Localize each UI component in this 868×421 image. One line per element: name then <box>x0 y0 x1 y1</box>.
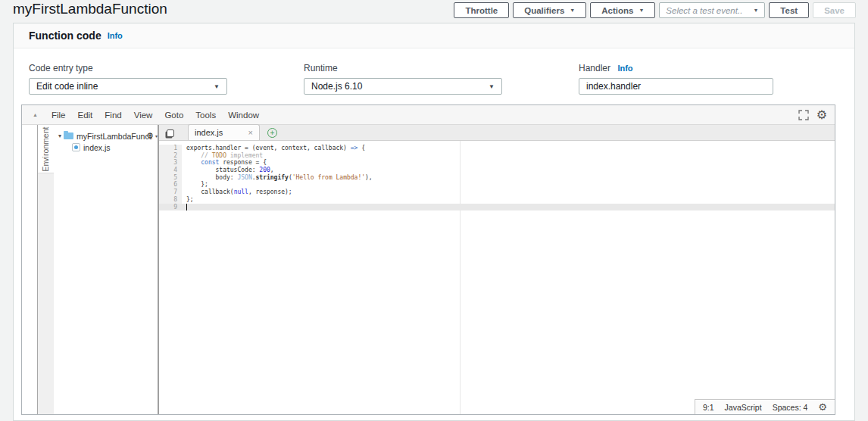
code-entry-field: Code entry type Edit code inline ▼ <box>29 63 227 95</box>
fullscreen-icon[interactable] <box>798 110 809 120</box>
runtime-select[interactable]: Node.js 6.10 ▼ <box>304 78 502 95</box>
line-number: 5 <box>159 174 182 182</box>
javascript-file-icon <box>72 143 80 151</box>
environment-tab[interactable]: Environment <box>38 125 54 173</box>
qualifiers-button[interactable]: Qualifiers ▼ <box>513 2 586 18</box>
test-button[interactable]: Test <box>769 2 809 18</box>
throttle-button[interactable]: Throttle <box>454 2 509 18</box>
close-tab-icon[interactable]: × <box>248 128 253 137</box>
code-editor: ▲ FileEditFindViewGotoToolsWindow ⚙ Envi… <box>21 104 835 415</box>
topbar-actions: Throttle Qualifiers ▼ Actions ▼ Select a… <box>454 2 856 18</box>
code-line-2[interactable]: 2 // TODO implement <box>159 152 835 160</box>
menu-goto[interactable]: Goto <box>158 111 189 120</box>
code-entry-select[interactable]: Edit code inline ▼ <box>29 78 227 95</box>
handler-label: Handler <box>579 63 610 73</box>
menu-find[interactable]: Find <box>98 111 127 120</box>
page-title: myFirstLambdaFunction <box>13 1 167 17</box>
handler-value: index.handler <box>586 81 641 92</box>
code-line-4[interactable]: 4 statusCode: 200, <box>159 167 835 174</box>
menu-file[interactable]: File <box>45 111 72 120</box>
cursor-position[interactable]: 9:1 <box>703 403 714 412</box>
handler-input[interactable]: index.handler <box>579 78 773 95</box>
environment-strip: Environment <box>37 125 54 414</box>
panel-header: Function code Info <box>14 23 854 48</box>
code-text: body: JSON.stringify('Hello from Lambda!… <box>182 174 373 182</box>
handler-info-link[interactable]: Info <box>617 64 632 73</box>
runtime-value: Node.js 6.10 <box>311 81 362 92</box>
code-area[interactable]: 1exports.handler = (event, context, call… <box>159 141 835 414</box>
panel-title: Function code <box>29 30 101 42</box>
folder-settings-gear-icon[interactable]: ⚙ <box>146 131 154 141</box>
editor-settings-gear-icon[interactable]: ⚙ <box>816 109 827 121</box>
code-text <box>182 204 187 211</box>
code-text: }; <box>182 196 194 204</box>
code-region: index.js × + 1exports.handler = (event, … <box>159 125 835 414</box>
code-text: exports.handler = (event, context, callb… <box>182 145 365 152</box>
tree-folder-row[interactable]: ▾ myFirstLambdaFunctio ⚙ ▾ <box>54 130 158 142</box>
tree-file-row[interactable]: index.js <box>54 142 158 153</box>
code-lines: 1exports.handler = (event, context, call… <box>159 141 835 210</box>
code-text: const response = { <box>182 159 267 167</box>
menu-edit[interactable]: Edit <box>71 111 98 120</box>
status-settings-gear-icon[interactable]: ⚙ <box>818 402 827 412</box>
tab-index-js[interactable]: index.js × <box>188 124 260 140</box>
spaces-setting[interactable]: Spaces: 4 <box>773 403 808 412</box>
chevron-down-icon: ▼ <box>570 8 575 13</box>
handler-label-row: Handler Info <box>579 63 773 73</box>
chevron-down-icon: ▼ <box>214 83 220 90</box>
code-line-9[interactable]: 9 <box>159 204 835 211</box>
code-line-3[interactable]: 3 const response = { <box>159 159 835 167</box>
file-tree: ▾ myFirstLambdaFunctio ⚙ ▾ index.js <box>54 125 159 414</box>
code-entry-value: Edit code inline <box>36 81 98 92</box>
line-number: 9 <box>159 204 182 211</box>
line-number: 6 <box>159 181 182 189</box>
code-line-6[interactable]: 6 }; <box>159 181 835 189</box>
line-number: 7 <box>159 189 182 196</box>
chevron-down-icon: ▼ <box>753 8 758 13</box>
code-line-7[interactable]: 7 callback(null, response); <box>159 189 835 196</box>
code-text: // TODO implement <box>182 152 263 160</box>
chevron-down-icon: ▼ <box>639 8 644 13</box>
editor-statusbar: 9:1 JavaScript Spaces: 4 ⚙ <box>695 399 835 414</box>
folder-icon <box>64 133 73 139</box>
code-entry-label: Code entry type <box>29 63 227 73</box>
code-text: }; <box>182 181 208 189</box>
runtime-label: Runtime <box>304 63 502 73</box>
function-code-panel: Function code Info Code entry type Edit … <box>13 23 855 421</box>
line-number: 4 <box>159 167 182 174</box>
new-tab-plus-icon[interactable]: + <box>267 128 277 138</box>
menu-window[interactable]: Window <box>222 111 265 120</box>
actions-label: Actions <box>601 6 633 15</box>
handler-field: Handler Info index.handler <box>579 63 773 95</box>
save-button[interactable]: Save <box>813 2 856 18</box>
test-event-select[interactable]: Select a test event.. ▼ <box>659 2 765 18</box>
tab-list-icon[interactable] <box>167 129 174 137</box>
code-text: statusCode: 200, <box>182 167 274 174</box>
chevron-down-icon: ▾ <box>155 133 158 139</box>
top-bar: myFirstLambdaFunction Throttle Qualifier… <box>0 0 868 23</box>
line-number: 8 <box>159 196 182 204</box>
panel-info-link[interactable]: Info <box>108 31 123 40</box>
language-mode[interactable]: JavaScript <box>725 403 762 412</box>
editor-tabbar: index.js × + <box>159 125 835 141</box>
text-cursor <box>186 204 187 210</box>
actions-button[interactable]: Actions ▼ <box>590 2 655 18</box>
collapse-menubar-icon[interactable]: ▲ <box>33 112 38 117</box>
tree-expand-caret-icon[interactable]: ▾ <box>58 133 61 139</box>
code-line-8[interactable]: 8}; <box>159 196 835 204</box>
code-line-5[interactable]: 5 body: JSON.stringify('Hello from Lambd… <box>159 174 835 182</box>
code-text: callback(null, response); <box>182 189 292 196</box>
menu-items: FileEditFindViewGotoToolsWindow <box>45 111 265 120</box>
line-number: 3 <box>159 159 182 167</box>
code-line-1[interactable]: 1exports.handler = (event, context, call… <box>159 145 835 152</box>
environment-tab-label: Environment <box>42 126 51 171</box>
tree-file-name: index.js <box>83 143 111 152</box>
test-event-placeholder: Select a test event.. <box>666 6 753 15</box>
qualifiers-label: Qualifiers <box>524 6 564 15</box>
runtime-field: Runtime Node.js 6.10 ▼ <box>304 63 502 95</box>
menu-view[interactable]: View <box>128 111 159 120</box>
chevron-down-icon: ▼ <box>489 83 495 90</box>
editor-menubar: ▲ FileEditFindViewGotoToolsWindow ⚙ <box>22 105 835 125</box>
tree-folder-name: myFirstLambdaFunctio <box>76 132 152 141</box>
menu-tools[interactable]: Tools <box>189 111 222 120</box>
